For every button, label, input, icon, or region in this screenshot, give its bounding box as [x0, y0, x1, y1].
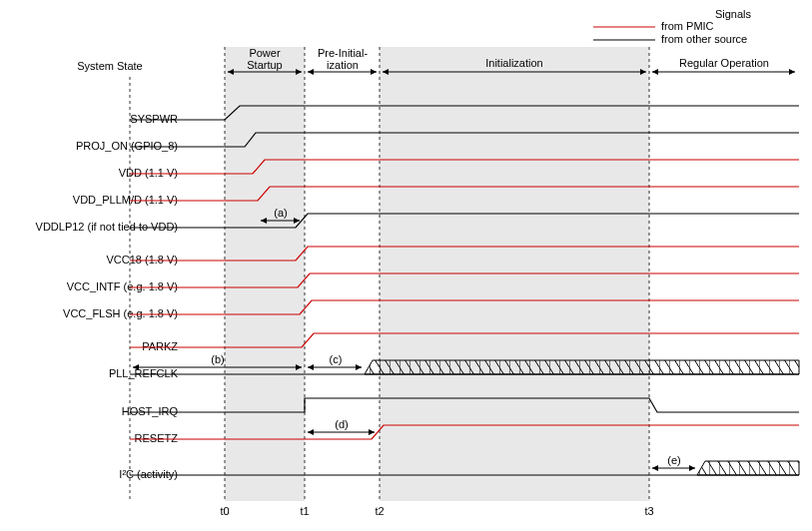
label-pllrefclk: PLL_REFCLK [109, 367, 179, 379]
time-t2: t2 [375, 505, 384, 517]
label-vcc18: VCC18 (1.8 V) [106, 254, 178, 266]
legend-other: from other source [661, 33, 747, 45]
legend-title: Signals [715, 8, 752, 20]
system-state-label: System State [77, 60, 142, 72]
label-i2c: I²C (activity) [119, 468, 178, 480]
phase-power-startup-bg [225, 47, 305, 501]
legend: Signals from PMIC from other source [593, 8, 752, 45]
time-t0: t0 [220, 505, 229, 517]
legend-pmic: from PMIC [661, 20, 714, 32]
label-vccintf: VCC_INTF (e.g. 1.8 V) [67, 280, 178, 292]
label-vddpll: VDD_PLLM/D (1.1 V) [73, 194, 178, 206]
label-vccflsh: VCC_FLSH (e.g. 1.8 V) [63, 307, 178, 319]
label-parkz: PARKZ [142, 340, 178, 352]
marker-c: (c) [330, 353, 343, 365]
time-labels: t0 t1 t2 t3 [220, 505, 653, 517]
time-t1: t1 [300, 505, 309, 517]
marker-a: (a) [274, 207, 287, 219]
phase-power-startup-l2: Startup [247, 59, 282, 71]
label-vdd: VDD (1.1 V) [119, 167, 178, 179]
phase-regular-operation: Regular Operation [679, 57, 769, 69]
label-vddlp12: VDDLP12 (if not tied to VDD) [36, 221, 178, 233]
timing-diagram: Signals from PMIC from other source Syst… [0, 0, 812, 531]
marker-e: (e) [667, 454, 680, 466]
phase-preinit-l2: ization [327, 59, 359, 71]
label-resetz: RESETZ [135, 432, 179, 444]
phase-initialization: Initialization [485, 57, 542, 69]
phase-preinit-l1: Pre-Initial- [318, 47, 368, 59]
phase-power-startup-l1: Power [249, 47, 281, 59]
marker-d: (d) [335, 418, 348, 430]
marker-b: (b) [211, 353, 224, 365]
label-syspwr: SYSPWR [130, 113, 178, 125]
time-t3: t3 [644, 505, 653, 517]
label-projon: PROJ_ON (GPIO_8) [76, 140, 178, 152]
label-hostirq: HOST_IRQ [122, 405, 179, 417]
